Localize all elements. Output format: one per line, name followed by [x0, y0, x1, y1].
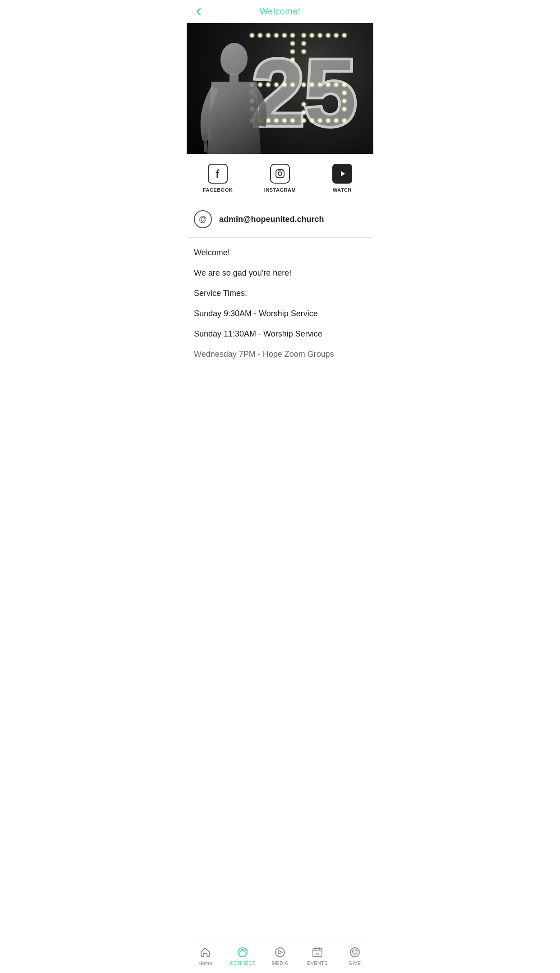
- header: Welcome!: [187, 0, 373, 23]
- watch-button[interactable]: WATCH: [311, 164, 373, 193]
- svg-point-2: [282, 171, 283, 171]
- instagram-icon: [270, 164, 290, 184]
- social-row: FACEBOOK INSTAGRAM: [187, 154, 373, 201]
- content-line-5: Sunday 11:30AM - Worship Service: [194, 328, 366, 340]
- content-line-2: We are so gad you're here!: [194, 267, 366, 279]
- content-line-3: Service Times:: [194, 287, 366, 300]
- content-area: Welcome! We are so gad you're here! Serv…: [187, 238, 373, 414]
- back-button[interactable]: [194, 7, 204, 17]
- content-line-4: Sunday 9:30AM - Worship Service: [194, 308, 366, 320]
- email-address: admin@hopeunited.church: [219, 215, 324, 224]
- content-line-1: Welcome!: [194, 247, 366, 259]
- watch-label: WATCH: [333, 187, 352, 193]
- facebook-button[interactable]: FACEBOOK: [187, 164, 249, 193]
- instagram-button[interactable]: INSTAGRAM: [249, 164, 311, 193]
- instagram-label: INSTAGRAM: [264, 187, 296, 193]
- hero-image: [187, 23, 373, 154]
- email-row[interactable]: @ admin@hopeunited.church: [187, 201, 373, 238]
- svg-point-1: [278, 172, 282, 175]
- at-icon: @: [194, 210, 212, 228]
- page-title: Welcome!: [260, 6, 301, 17]
- at-symbol: @: [199, 215, 207, 224]
- facebook-icon: [208, 164, 228, 184]
- content-line-6: Wednesday 7PM - Hope Zoom Groups: [194, 348, 366, 360]
- watch-icon: [332, 164, 352, 184]
- facebook-label: FACEBOOK: [203, 187, 233, 193]
